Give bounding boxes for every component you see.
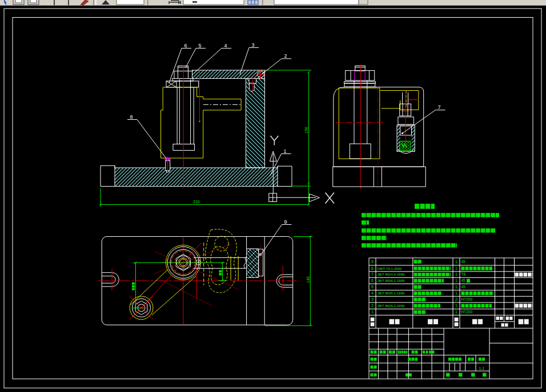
svg-text:1: 1 [455, 278, 457, 282]
svg-text:9: 9 [284, 219, 287, 225]
svg-text:9: 9 [371, 260, 374, 264]
svg-text:1: 1 [455, 310, 457, 314]
svg-text:2: 2 [371, 304, 374, 308]
svg-text:210: 210 [193, 200, 200, 204]
svg-text:1.1: 1.1 [479, 366, 485, 370]
svg-text:2: 2 [284, 53, 287, 59]
svg-text:JB/T 8026.2-1999: JB/T 8026.2-1999 [378, 304, 405, 308]
svg-text:JB/T 8006.1-1999: JB/T 8006.1-1999 [378, 279, 405, 282]
svg-text:1: 1 [455, 291, 457, 295]
svg-text:1: 1 [455, 266, 457, 270]
svg-text:3: 3 [252, 42, 255, 48]
svg-text:5: 5 [199, 43, 202, 49]
svg-text:1: 1 [371, 310, 374, 314]
svg-text:5: 5 [371, 285, 374, 289]
svg-text:2: 2 [455, 297, 457, 301]
svg-text:45: 45 [461, 278, 466, 282]
svg-text:7: 7 [371, 272, 374, 276]
svg-text:JB/T 8014.3-1999: JB/T 8014.3-1999 [378, 273, 405, 276]
svg-text:1: 1 [455, 304, 457, 308]
svg-text:3: 3 [371, 297, 374, 301]
svg-text:45: 45 [461, 285, 466, 289]
svg-text:HT200: HT200 [461, 297, 473, 301]
svg-text:GB/T 70.1-2000: GB/T 70.1-2000 [378, 267, 402, 270]
svg-text:4: 4 [224, 43, 227, 49]
svg-text:6: 6 [371, 278, 374, 282]
svg-text:140: 140 [306, 276, 310, 283]
svg-text:HT200: HT200 [461, 310, 473, 314]
svg-text:7: 7 [438, 104, 441, 110]
svg-text:8: 8 [130, 114, 133, 120]
svg-text:6: 6 [184, 43, 187, 49]
svg-text:4: 4 [371, 291, 374, 295]
svg-text:1: 1 [284, 148, 287, 154]
svg-text:JB/T 8045.1-1999: JB/T 8045.1-1999 [378, 292, 405, 295]
svg-text:1: 1 [455, 285, 457, 289]
svg-text:T8: T8 [461, 272, 466, 276]
svg-text:1: 1 [455, 272, 457, 276]
svg-text:8: 8 [371, 266, 374, 270]
svg-text:1: 1 [455, 260, 457, 264]
svg-text:150: 150 [304, 127, 308, 134]
svg-text:45: 45 [461, 260, 466, 264]
